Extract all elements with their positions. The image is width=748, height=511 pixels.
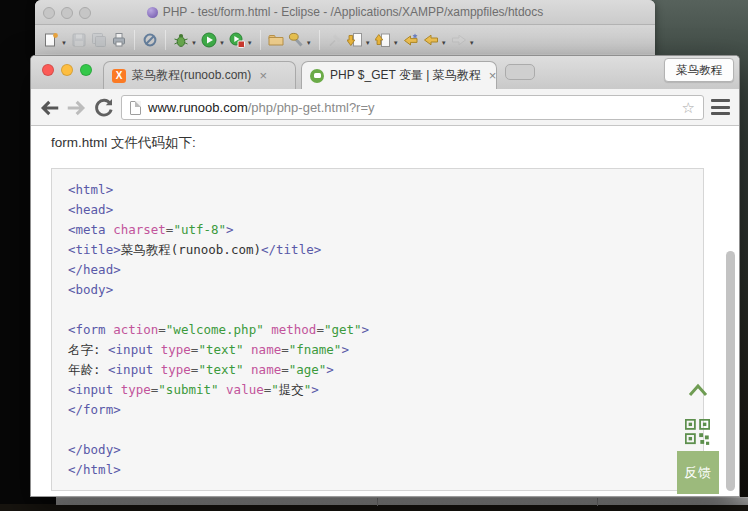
- window-minimize-button[interactable]: [61, 64, 73, 76]
- eclipse-traffic-lights: [43, 7, 91, 19]
- dropdown-caret-icon[interactable]: ▼: [247, 40, 253, 46]
- save-icon[interactable]: [70, 31, 88, 49]
- scrollbar-thumb[interactable]: [726, 251, 735, 491]
- dropdown-caret-icon[interactable]: ▼: [469, 40, 475, 46]
- forward-icon[interactable]: [65, 97, 87, 119]
- eclipse-toolbar: ▼▼▼▼▼▼▼▼▼: [35, 25, 655, 54]
- scroll-top-icon[interactable]: [687, 382, 709, 400]
- new-file-icon[interactable]: [42, 31, 60, 49]
- print-icon[interactable]: [110, 31, 128, 49]
- feedback-button[interactable]: 反馈: [677, 451, 719, 494]
- dropdown-caret-icon[interactable]: ▼: [219, 40, 225, 46]
- browser-navbar: www.runoob.com /php/php-get.html?r=y ☆: [31, 89, 739, 126]
- reload-icon[interactable]: [93, 97, 115, 119]
- toolbar-separator: [134, 30, 135, 50]
- browser-tabstrip[interactable]: X 菜鸟教程(runoob.com) × PHP $_GET 变量 | 菜鸟教程…: [31, 56, 739, 89]
- toolbar-separator: [319, 30, 320, 50]
- forward-icon[interactable]: [450, 31, 468, 49]
- browser-traffic-lights: [42, 64, 92, 76]
- run-external-icon[interactable]: [228, 31, 246, 49]
- url-path: /php/php-get.html?r=y: [248, 100, 375, 115]
- code-line: <head>: [68, 200, 703, 220]
- intro-text: form.html 文件代码如下:: [51, 134, 196, 152]
- code-line: [68, 420, 703, 440]
- url-host: www.runoob.com: [148, 100, 248, 115]
- back-icon[interactable]: [39, 97, 61, 119]
- tab-label: 菜鸟教程(runoob.com): [132, 67, 251, 84]
- last-edit-location-icon[interactable]: [402, 31, 420, 49]
- tab-label: PHP $_GET 变量 | 菜鸟教程: [330, 67, 481, 84]
- code-line: <meta charset="utf-8">: [68, 220, 703, 240]
- feedback-label: 反馈: [684, 464, 712, 482]
- code-line: <input type="submit" value="提交">: [68, 380, 703, 400]
- debug-icon[interactable]: [172, 31, 190, 49]
- save-all-icon[interactable]: [90, 31, 108, 49]
- page-icon: [130, 101, 141, 115]
- eclipse-close-button[interactable]: [43, 7, 55, 19]
- back-icon[interactable]: [422, 31, 440, 49]
- previous-annotation-icon[interactable]: [374, 31, 392, 49]
- code-line: </head>: [68, 260, 703, 280]
- eclipse-bottom-edge: [56, 497, 748, 505]
- code-line: <title>菜鸟教程(runoob.com)</title>: [68, 240, 703, 260]
- dropdown-caret-icon[interactable]: ▼: [393, 40, 399, 46]
- eclipse-window-title: PHP - test/form.html - Eclipse - /Applic…: [163, 5, 544, 19]
- window-close-button[interactable]: [42, 64, 54, 76]
- code-line: <html>: [68, 180, 703, 200]
- code-line: </body>: [68, 440, 703, 460]
- eclipse-minimize-button[interactable]: [61, 7, 73, 19]
- dropdown-caret-icon[interactable]: ▼: [441, 40, 447, 46]
- eclipse-window: PHP - test/form.html - Eclipse - /Applic…: [35, 0, 655, 55]
- screen: PHP - test/form.html - Eclipse - /Applic…: [0, 0, 748, 511]
- dropdown-caret-icon[interactable]: ▼: [191, 40, 197, 46]
- desktop-background-bottom: [0, 504, 748, 511]
- next-annotation-icon[interactable]: [346, 31, 364, 49]
- tab-php-get[interactable]: PHP $_GET 变量 | 菜鸟教程 ×: [301, 61, 497, 89]
- code-line: 名字: <input type="text" name="fname">: [68, 340, 703, 360]
- run-icon[interactable]: [200, 31, 218, 49]
- code-line: <body>: [68, 280, 703, 300]
- pin-editor-icon[interactable]: [326, 31, 344, 49]
- runoob-favicon: [310, 69, 324, 83]
- dropdown-caret-icon[interactable]: ▼: [365, 40, 371, 46]
- code-line: <form action="welcome.php" method="get">: [68, 320, 703, 340]
- open-folder-icon[interactable]: [267, 31, 285, 49]
- tab-close-icon[interactable]: ×: [489, 69, 497, 82]
- profile-name: 菜鸟教程: [676, 63, 722, 78]
- profile-button[interactable]: 菜鸟教程: [664, 58, 734, 82]
- page-content: form.html 文件代码如下: <html><head><meta char…: [31, 126, 739, 496]
- code-line: 年龄: <input type="text" name="age">: [68, 360, 703, 380]
- toolbar-separator: [260, 30, 261, 50]
- eclipse-zoom-button[interactable]: [79, 7, 91, 19]
- dropdown-caret-icon[interactable]: ▼: [61, 40, 67, 46]
- search-icon[interactable]: [287, 31, 305, 49]
- browser-window: X 菜鸟教程(runoob.com) × PHP $_GET 变量 | 菜鸟教程…: [30, 55, 740, 497]
- tab-runoob-home[interactable]: X 菜鸟教程(runoob.com) ×: [103, 61, 296, 89]
- code-block: <html><head><meta charset="utf-8"><title…: [51, 168, 704, 491]
- dropdown-caret-icon[interactable]: ▼: [306, 40, 312, 46]
- url-bar[interactable]: www.runoob.com /php/php-get.html?r=y ☆: [121, 95, 704, 120]
- qr-code-icon[interactable]: [685, 419, 710, 446]
- window-zoom-button[interactable]: [80, 64, 92, 76]
- tab-close-icon[interactable]: ×: [259, 69, 267, 82]
- code-line: </form>: [68, 400, 703, 420]
- bookmark-star-icon[interactable]: ☆: [682, 99, 695, 117]
- code-line: [68, 300, 703, 320]
- eclipse-titlebar[interactable]: PHP - test/form.html - Eclipse - /Applic…: [35, 0, 655, 25]
- new-tab-button[interactable]: [505, 64, 535, 80]
- desktop-background-earth: [0, 170, 34, 511]
- eclipse-app-icon: [147, 7, 158, 18]
- xampp-favicon: X: [112, 69, 126, 83]
- menu-icon[interactable]: [711, 99, 730, 115]
- toolbar-separator: [165, 30, 166, 50]
- skip-breakpoints-icon[interactable]: [141, 31, 159, 49]
- code-line: </html>: [68, 460, 703, 480]
